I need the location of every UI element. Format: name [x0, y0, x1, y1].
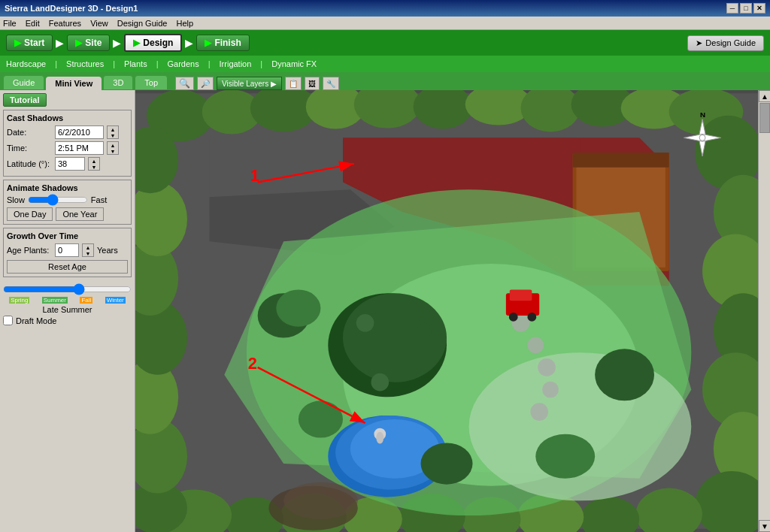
finish-button[interactable]: ▶ Finish: [196, 35, 249, 51]
visible-layers-button[interactable]: Visible Layers ▶: [217, 77, 282, 90]
start-button[interactable]: ▶ Start: [6, 35, 53, 51]
fall-label: Fall: [80, 297, 92, 304]
scroll-thumb[interactable]: [759, 103, 770, 133]
slow-label: Slow: [7, 195, 25, 204]
date-down[interactable]: ▼: [108, 132, 118, 138]
tab-guide[interactable]: Guide: [3, 75, 44, 90]
site-button[interactable]: ▶ Site: [67, 35, 110, 51]
design-guide-arrow-icon: ➤: [696, 38, 702, 48]
svg-point-76: [699, 135, 705, 141]
start-label: Start: [24, 38, 44, 48]
animate-shadows-title: Animate Shadows: [7, 183, 128, 192]
tab-miniview[interactable]: Mini View: [46, 77, 102, 90]
svg-text:N: N: [700, 110, 705, 119]
latitude-row: Latitude (°): ▲ ▼: [7, 157, 128, 171]
subtab-hardscape[interactable]: Hardscape: [6, 59, 46, 68]
subtab-plants[interactable]: Plants: [124, 59, 147, 68]
design-button[interactable]: ▶ Design: [124, 34, 182, 52]
subtab-gardens[interactable]: Gardens: [168, 59, 199, 68]
subtab-structures[interactable]: Structures: [66, 59, 104, 68]
age-down[interactable]: ▼: [83, 250, 93, 256]
svg-text:2: 2: [248, 354, 257, 373]
menu-edit[interactable]: Edit: [26, 19, 40, 28]
svg-text:1: 1: [250, 166, 259, 185]
maximize-button[interactable]: □: [740, 3, 752, 14]
time-spinner[interactable]: ▲ ▼: [107, 141, 119, 155]
latitude-up[interactable]: ▲: [89, 158, 99, 164]
latitude-input[interactable]: [55, 157, 85, 171]
subtab-dynamic-fx[interactable]: Dynamic FX: [271, 59, 317, 68]
date-up[interactable]: ▲: [108, 126, 118, 132]
reset-age-button[interactable]: Reset Age: [7, 260, 128, 274]
wizardbar: ▶ Start ▶ ▶ Site ▶ ▶ Design ▶ ▶ Finish ➤…: [0, 30, 770, 56]
latitude-down[interactable]: ▼: [89, 164, 99, 170]
design-play-icon: ▶: [133, 38, 140, 48]
scrollbar-right: ▲ ▼: [758, 90, 770, 532]
design-label: Design: [143, 38, 173, 48]
svg-point-62: [527, 313, 536, 322]
scroll-track: [759, 102, 770, 520]
start-play-icon: ▶: [14, 38, 21, 48]
site-play-icon: ▶: [75, 38, 82, 48]
svg-point-61: [509, 313, 518, 322]
minimize-button[interactable]: ─: [726, 3, 738, 14]
zoom-out-button[interactable]: 🔎: [197, 77, 214, 90]
left-panel: Tutorial Cast Shadows Date: ▲ ▼ Time: ▲ …: [0, 90, 135, 532]
menu-help[interactable]: Help: [176, 19, 193, 28]
tutorial-button[interactable]: Tutorial: [3, 93, 47, 107]
menu-features[interactable]: Features: [49, 19, 81, 28]
svg-point-65: [595, 349, 654, 401]
draft-mode-row: Draft Mode: [3, 316, 132, 325]
icon-btn-2[interactable]: 🖼: [305, 77, 320, 90]
icon-btn-1[interactable]: 📋: [285, 77, 302, 90]
design-guide-button[interactable]: ➤ Design Guide: [687, 35, 764, 51]
subtab-irrigation[interactable]: Irrigation: [220, 59, 252, 68]
scroll-up-button[interactable]: ▲: [759, 90, 770, 102]
tab-tools: 🔍 🔎 Visible Layers ▶ 📋 🖼 🔧: [175, 77, 339, 90]
finish-label: Finish: [214, 38, 241, 48]
draft-mode-checkbox[interactable]: [3, 316, 13, 325]
svg-point-53: [538, 358, 556, 376]
latitude-spinner[interactable]: ▲ ▼: [88, 157, 100, 171]
svg-point-47: [343, 293, 447, 382]
animate-shadows-section: Animate Shadows Slow Fast One Day One Ye…: [3, 180, 132, 225]
growth-section: Growth Over Time Age Plants: ▲ ▼ Years R…: [3, 228, 132, 277]
svg-point-48: [356, 314, 374, 332]
svg-point-49: [417, 323, 432, 338]
time-input[interactable]: [55, 141, 104, 155]
titlebar-controls: ─ □ ✕: [726, 3, 765, 14]
site-label: Site: [85, 38, 102, 48]
menu-view[interactable]: View: [90, 19, 108, 28]
menu-file[interactable]: File: [3, 19, 17, 28]
main-area: Tutorial Cast Shadows Date: ▲ ▼ Time: ▲ …: [0, 90, 770, 532]
date-spinner[interactable]: ▲ ▼: [107, 125, 119, 139]
one-year-button[interactable]: One Year: [56, 207, 104, 221]
tab-top[interactable]: Top: [135, 75, 168, 90]
titlebar-title: Sierra LandDesigner 3D - Design1: [5, 4, 138, 13]
tab-3d[interactable]: 3D: [103, 75, 133, 90]
svg-point-55: [530, 403, 548, 421]
wizard-arrow-2: ▶: [113, 37, 121, 49]
garden-canvas[interactable]: N 1 2: [135, 90, 758, 532]
svg-point-50: [371, 373, 389, 391]
zoom-in-button[interactable]: 🔍: [175, 77, 194, 90]
menu-design-guide[interactable]: Design Guide: [117, 19, 168, 28]
season-slider[interactable]: [3, 283, 132, 295]
one-day-button[interactable]: One Day: [7, 207, 53, 221]
icon-btn-3[interactable]: 🔧: [323, 77, 339, 90]
age-spinner[interactable]: ▲ ▼: [82, 243, 94, 257]
age-up[interactable]: ▲: [83, 244, 93, 250]
garden-svg: N 1 2: [135, 90, 758, 532]
svg-point-67: [421, 443, 473, 484]
fast-label: Fast: [91, 195, 107, 204]
close-button[interactable]: ✕: [753, 3, 765, 14]
age-input[interactable]: [55, 243, 79, 257]
growth-title: Growth Over Time: [7, 231, 128, 240]
speed-slider[interactable]: [28, 195, 88, 204]
scroll-down-button[interactable]: ▼: [759, 520, 770, 532]
time-label: Time:: [7, 144, 52, 153]
time-up[interactable]: ▲: [108, 142, 118, 148]
date-input[interactable]: [55, 125, 104, 139]
svg-marker-40: [573, 153, 669, 168]
time-down[interactable]: ▼: [108, 148, 118, 154]
